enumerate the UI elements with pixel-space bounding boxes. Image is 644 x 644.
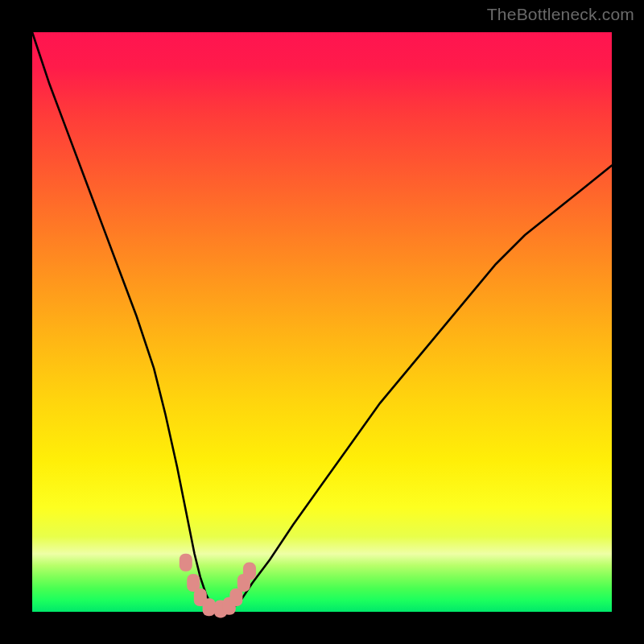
- watermark-text: TheBottleneck.com: [487, 5, 634, 24]
- curve-marker: [180, 554, 192, 572]
- chart-frame: TheBottleneck.com: [0, 0, 644, 644]
- marker-group: [180, 554, 256, 618]
- curve-layer: [32, 32, 612, 612]
- bottleneck-curve: [32, 32, 612, 612]
- curve-marker: [243, 563, 256, 580]
- curve-marker: [203, 598, 216, 616]
- plot-area: [32, 32, 612, 612]
